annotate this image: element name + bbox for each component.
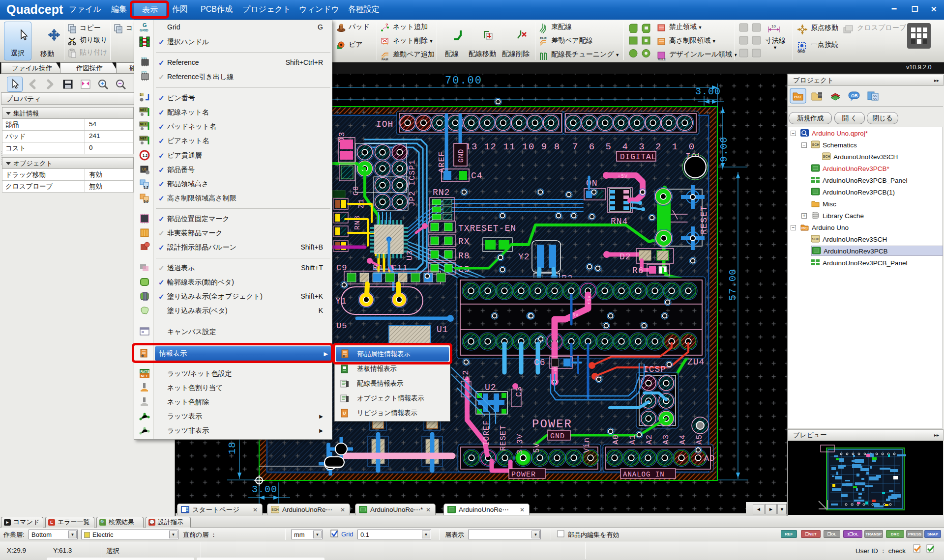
svg-text:70.00: 70.00 xyxy=(445,75,482,87)
svg-text:RX: RX xyxy=(458,237,470,247)
svg-text:JP2 ICSP1: JP2 ICSP1 xyxy=(408,160,417,206)
svg-text:A4: A4 xyxy=(678,434,687,445)
svg-text:RULE: RULE xyxy=(658,58,666,61)
svg-text:IOH: IOH xyxy=(376,119,393,129)
svg-text:SCH: SCH xyxy=(812,143,820,146)
svg-text:13 12 11 10 9 8: 13 12 11 10 9 8 xyxy=(465,141,560,152)
svg-text:?: ? xyxy=(385,23,388,28)
svg-text:POWER: POWER xyxy=(532,418,572,431)
svg-text:5V: 5V xyxy=(532,443,541,453)
svg-text:GND: GND xyxy=(797,50,805,53)
svg-text:AA: AA xyxy=(873,97,877,100)
svg-text:GND: GND xyxy=(457,149,465,163)
svg-text:R6: R6 xyxy=(632,266,644,276)
svg-text:7 6 5 4 3 2 1 0: 7 6 5 4 3 2 1 0 xyxy=(572,141,697,152)
svg-text:A0: A0 xyxy=(612,434,620,445)
svg-text:RN4: RN4 xyxy=(611,217,628,226)
svg-text:SCH: SCH xyxy=(271,508,279,511)
svg-text:PRJ: PRJ xyxy=(801,226,808,230)
svg-text:D2: D2 xyxy=(620,252,631,262)
svg-text:3.00: 3.00 xyxy=(695,86,721,97)
svg-text:+5V: +5V xyxy=(587,295,592,305)
svg-text:ICSP: ICSP xyxy=(643,364,666,374)
svg-text:AD: AD xyxy=(704,454,715,463)
svg-text:RESET: RESET xyxy=(699,205,709,234)
svg-text:DIGITAL: DIGITAL xyxy=(620,153,656,162)
svg-text:3.3V: 3.3V xyxy=(516,434,525,454)
svg-text:U5: U5 xyxy=(336,321,347,331)
svg-text:3.00: 3.00 xyxy=(252,484,277,495)
svg-text:5.0: 5.0 xyxy=(144,200,148,203)
svg-text:U1: U1 xyxy=(437,325,448,335)
svg-text:ICIO: ICIO xyxy=(141,56,147,59)
svg-text:ZU4: ZU4 xyxy=(687,357,705,367)
svg-text:A3: A3 xyxy=(662,434,671,445)
svg-text:RN3: RN3 xyxy=(354,215,362,230)
svg-text:RN2: RN2 xyxy=(433,188,450,197)
svg-text:Y1: Y1 xyxy=(335,296,347,306)
svg-text:18: 18 xyxy=(227,442,238,454)
svg-text:U: U xyxy=(343,411,346,416)
svg-text:U1: U1 xyxy=(142,168,147,171)
svg-text:1:2: 1:2 xyxy=(143,154,148,157)
svg-text:1: 1 xyxy=(140,93,142,96)
svg-text:10: 10 xyxy=(771,24,776,28)
svg-text:SCH: SCH xyxy=(823,155,830,158)
svg-text:NET: NET xyxy=(140,122,147,126)
svg-text:+5V: +5V xyxy=(618,174,628,179)
svg-text:TXRESET-EN: TXRESET-EN xyxy=(458,224,516,233)
svg-text:GRID: GRID xyxy=(140,28,148,32)
svg-text:PAIR: PAIR xyxy=(382,58,389,61)
svg-text:1.2: 1.2 xyxy=(144,186,148,189)
svg-text:C6: C6 xyxy=(534,358,546,367)
svg-text:R8: R8 xyxy=(458,251,470,261)
svg-text:SCH: SCH xyxy=(812,237,820,241)
svg-text:9.00: 9.00 xyxy=(718,137,730,162)
svg-text:G: G xyxy=(143,22,147,28)
svg-text:Y2: Y2 xyxy=(518,252,530,262)
svg-text:RESET: RESET xyxy=(499,425,508,451)
svg-text:GND: GND xyxy=(550,432,565,441)
svg-text:U3: U3 xyxy=(406,250,414,260)
svg-text:C8: C8 xyxy=(352,186,360,196)
svg-text:NET: NET xyxy=(141,374,148,378)
svg-text:A5: A5 xyxy=(695,434,704,445)
svg-text:NET: NET xyxy=(140,108,147,112)
svg-text:57.00: 57.00 xyxy=(727,269,738,301)
svg-text:RATS: RATS xyxy=(141,370,150,373)
svg-text:OB: OB xyxy=(851,93,858,98)
svg-text:ANALOG IN: ANALOG IN xyxy=(623,471,665,478)
svg-text:U2: U2 xyxy=(485,383,497,392)
svg-text:POWER: POWER xyxy=(511,471,536,479)
svg-text:C4: C4 xyxy=(471,171,483,181)
svg-text:A2: A2 xyxy=(645,434,654,445)
svg-text:ICIO: ICIO xyxy=(141,71,147,74)
svg-text:PRJ: PRJ xyxy=(794,95,801,99)
svg-text:C5: C5 xyxy=(458,265,470,275)
svg-text:NET: NET xyxy=(140,137,147,140)
svg-text:PAIR: PAIR xyxy=(540,37,547,40)
svg-text:Vin: Vin xyxy=(583,437,591,453)
